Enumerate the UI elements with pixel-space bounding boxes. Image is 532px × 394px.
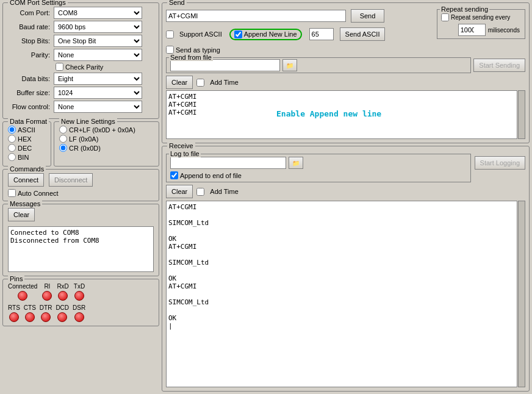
- recv-line-10: OK: [168, 274, 515, 282]
- append-to-end-checkbox[interactable]: [170, 171, 178, 179]
- send-from-file-folder-button[interactable]: 📁: [282, 59, 297, 71]
- send-button[interactable]: Send: [351, 9, 384, 23]
- pins-group: Pins Connected RI RxD TxD: [2, 279, 159, 326]
- disconnect-button[interactable]: Disconnect: [49, 173, 93, 187]
- repeat-every-checkbox[interactable]: [441, 13, 449, 21]
- append-to-end-label: Append to end of file: [180, 172, 242, 179]
- miliseconds-label: miliseconds: [488, 27, 520, 34]
- auto-connect-checkbox[interactable]: [8, 189, 16, 197]
- commands-group: Commands Connect Disconnect Auto Connect: [2, 169, 159, 201]
- recv-line-15: OK: [168, 314, 515, 322]
- pin-dsr: DSR: [73, 304, 85, 322]
- baud-rate-label: Baud rate:: [8, 23, 54, 30]
- com-port-select[interactable]: COM8: [54, 7, 142, 19]
- send-text-area: AT+CGMI AT+CGMI AT+CGMI Enable Append ne…: [166, 90, 517, 139]
- messages-group: Messages Clear Connected to COM8 Disconn…: [2, 204, 159, 276]
- hex-radio[interactable]: [8, 135, 16, 143]
- send-line-2: AT+CGMI: [168, 101, 515, 109]
- send-as-typing-label: Send as typing: [176, 46, 220, 54]
- pin-rxd: RxD: [57, 283, 68, 301]
- pins-title: Pins: [8, 275, 24, 282]
- messages-clear-button[interactable]: Clear: [8, 208, 35, 221]
- recv-line-3: SIMCOM_Ltd: [168, 219, 515, 227]
- stop-bits-label: Stop Bits:: [8, 37, 54, 45]
- messages-area: Connected to COM8 Disconnected from COM8: [8, 226, 154, 272]
- recv-line-9: [168, 267, 515, 274]
- cr-radio[interactable]: [59, 144, 67, 152]
- send-scrollbar[interactable]: [518, 90, 525, 139]
- pin-dtr: DTR: [40, 304, 52, 322]
- log-file-input[interactable]: [170, 157, 286, 169]
- append-new-line-checkbox[interactable]: [234, 30, 242, 38]
- recv-line-12: [168, 290, 515, 298]
- pin-dsr-label: DSR: [73, 304, 85, 311]
- lf-radio[interactable]: [59, 135, 67, 143]
- recv-line-7: [168, 251, 515, 259]
- log-to-file-title: Log to file: [169, 150, 201, 157]
- send-from-file-input[interactable]: [170, 59, 280, 71]
- parity-select[interactable]: None: [54, 49, 142, 61]
- bin-label: BIN: [18, 154, 29, 161]
- recv-line-8: SIMCOM_Ltd: [168, 259, 515, 267]
- pin-dtr-label: DTR: [40, 304, 52, 311]
- pin-connected-led: [18, 291, 27, 301]
- com-port-label: Com Port:: [8, 9, 54, 16]
- message-line-1: Connected to COM8: [10, 229, 151, 237]
- flow-control-select[interactable]: None: [54, 101, 142, 113]
- dec-radio[interactable]: [8, 144, 16, 152]
- recv-line-4: [168, 227, 515, 235]
- crlf-label: CR+LF (0x0D + 0x0A): [69, 126, 135, 134]
- com-port-settings-title: COM Port Settings: [8, 0, 68, 6]
- char-count-input[interactable]: [309, 28, 334, 40]
- support-ascii-checkbox[interactable]: [166, 30, 174, 38]
- buffer-size-select[interactable]: 1024: [54, 87, 142, 99]
- recv-line-6: AT+CGMI: [168, 243, 515, 251]
- pin-cts-label: CTS: [24, 304, 36, 311]
- crlf-radio[interactable]: [59, 126, 67, 134]
- receive-scrollbar[interactable]: [518, 201, 525, 387]
- pin-dcd-led: [57, 312, 67, 322]
- log-folder-button[interactable]: 📁: [289, 157, 303, 169]
- new-line-settings-title: New Line Settings: [59, 118, 117, 125]
- send-clear-button[interactable]: Clear: [166, 76, 193, 89]
- buffer-size-label: Buffer size:: [8, 89, 54, 96]
- com-port-settings-group: COM Port Settings Com Port: COM8 Baud ra…: [2, 2, 159, 119]
- bin-radio[interactable]: [8, 153, 16, 161]
- receive-panel: Receive Log to file 📁 Append to end of f…: [162, 146, 530, 392]
- message-line-2: Disconnected from COM8: [10, 237, 151, 245]
- check-parity-label: Check Parity: [65, 63, 103, 71]
- send-as-typing-checkbox[interactable]: [166, 46, 174, 54]
- pin-dcd: DCD: [56, 304, 69, 322]
- send-input[interactable]: [166, 10, 346, 22]
- pin-ri-led: [42, 291, 52, 301]
- receive-clear-button[interactable]: Clear: [166, 185, 193, 198]
- start-sending-button[interactable]: Start Sending: [473, 59, 525, 72]
- flow-control-label: Flow control:: [8, 103, 54, 110]
- ascii-radio[interactable]: [8, 126, 16, 134]
- check-parity-checkbox[interactable]: [56, 63, 63, 71]
- pin-txd: TxD: [74, 283, 85, 301]
- send-line-1: AT+CGMI: [168, 93, 515, 101]
- start-logging-button[interactable]: Start Logging: [475, 156, 525, 170]
- append-new-line-label: Append New Line: [244, 30, 297, 38]
- send-add-time-checkbox[interactable]: [196, 79, 204, 87]
- receive-add-time-checkbox[interactable]: [196, 188, 204, 196]
- recv-line-5: OK: [168, 235, 515, 243]
- recv-line-11: AT+CGMI: [168, 282, 515, 290]
- receive-text-area: AT+CGMI SIMCOM_Ltd OK AT+CGMI SIMCOM_Ltd…: [166, 201, 517, 387]
- pin-rxd-label: RxD: [57, 283, 68, 290]
- data-bits-select[interactable]: Eight: [54, 73, 142, 85]
- pin-txd-led: [74, 291, 84, 301]
- pin-dcd-label: DCD: [56, 304, 69, 311]
- pin-rxd-led: [58, 291, 68, 301]
- send-line-3: AT+CGMI: [168, 109, 515, 116]
- repeat-ms-input[interactable]: [458, 24, 486, 36]
- send-ascii-button[interactable]: Send ASCII: [340, 27, 386, 41]
- baud-rate-select[interactable]: 9600 bps: [54, 21, 142, 33]
- recv-line-14: [168, 306, 515, 314]
- messages-title: Messages: [8, 200, 42, 207]
- stop-bits-select[interactable]: One Stop Bit: [54, 35, 142, 47]
- connect-button[interactable]: Connect: [8, 173, 44, 187]
- recv-line-1: AT+CGMI: [168, 203, 515, 211]
- dec-label: DEC: [18, 145, 32, 152]
